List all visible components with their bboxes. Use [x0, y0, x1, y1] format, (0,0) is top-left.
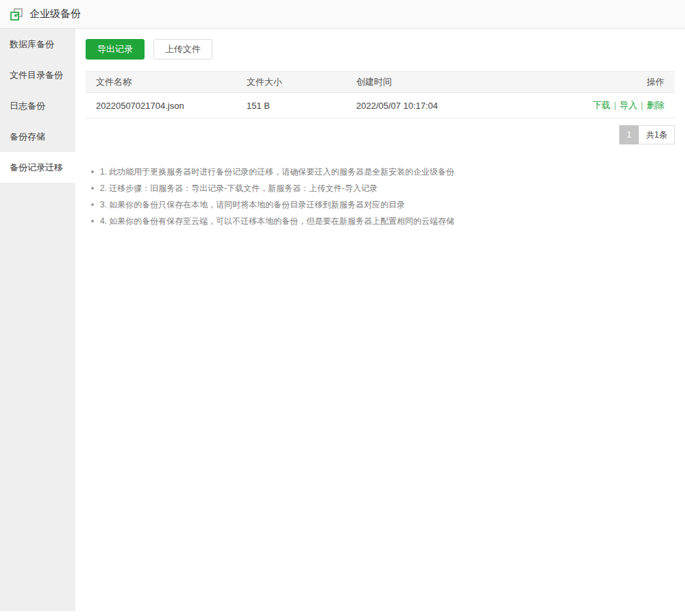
- note-item-4: 4. 如果你的备份有保存至云端，可以不迁移本地的备份，但是要在新服务器上配置相同…: [91, 213, 675, 229]
- pagination: 1 共1条: [86, 125, 675, 144]
- sidebar: 数据库备份 文件目录备份 日志备份 备份存储 备份记录迁移: [0, 29, 75, 611]
- upload-file-button[interactable]: 上传文件: [153, 39, 212, 60]
- notes-list: 1. 此功能用于更换服务器时进行备份记录的迁移，请确保要迁入的服务器是全新安装的…: [86, 164, 675, 229]
- table-row: 20220507021704.json 151 B 2022/05/07 10:…: [86, 93, 675, 118]
- delete-link[interactable]: 删除: [647, 100, 664, 110]
- action-separator: |: [641, 100, 643, 110]
- note-item-1: 1. 此功能用于更换服务器时进行备份记录的迁移，请确保要迁入的服务器是全新安装的…: [91, 164, 675, 180]
- page-title: 企业级备份: [29, 8, 81, 21]
- app-header: 企业级备份: [0, 0, 685, 29]
- download-link[interactable]: 下载: [593, 100, 610, 110]
- file-size-cell: 151 B: [236, 93, 346, 118]
- sidebar-item-database-backup[interactable]: 数据库备份: [0, 29, 75, 60]
- page-number-button[interactable]: 1: [619, 125, 638, 144]
- actions-cell: 下载|导入|删除: [538, 93, 675, 118]
- sidebar-item-log-backup[interactable]: 日志备份: [0, 90, 75, 121]
- body-layout: 数据库备份 文件目录备份 日志备份 备份存储 备份记录迁移 导出记录 上传文件: [0, 29, 685, 616]
- column-created-at: 创建时间: [346, 72, 538, 93]
- export-records-button[interactable]: 导出记录: [86, 39, 145, 60]
- column-actions: 操作: [538, 72, 675, 93]
- action-separator: |: [614, 100, 616, 110]
- table-header: 文件名称 文件大小 创建时间 操作: [86, 72, 675, 93]
- sidebar-item-backup-record-migration[interactable]: 备份记录迁移: [0, 152, 75, 183]
- sidebar-item-backup-storage[interactable]: 备份存储: [0, 121, 75, 152]
- app-root: 企业级备份 数据库备份 文件目录备份 日志备份 备份存储 备份记录迁移 导出记录…: [0, 0, 685, 616]
- column-file-size: 文件大小: [236, 72, 346, 93]
- column-file-name: 文件名称: [86, 72, 236, 93]
- import-link[interactable]: 导入: [620, 100, 638, 110]
- note-item-3: 3. 如果你的备份只保存在本地，请同时将本地的备份目录迁移到新服务器对应的目录: [91, 196, 675, 213]
- import-export-icon: [10, 8, 23, 21]
- note-item-2: 2. 迁移步骤：旧服务器：导出记录-下载文件，新服务器：上传文件-导入记录: [91, 180, 675, 196]
- sidebar-item-file-directory-backup[interactable]: 文件目录备份: [0, 60, 75, 90]
- main-content: 导出记录 上传文件 文件名称 文件大小 创建时间 操作: [75, 29, 685, 616]
- backup-records-table: 文件名称 文件大小 创建时间 操作 20220507021704.json 15…: [86, 71, 675, 118]
- file-name-cell: 20220507021704.json: [86, 93, 236, 118]
- toolbar: 导出记录 上传文件: [86, 39, 675, 60]
- total-count-label: 共1条: [638, 125, 675, 144]
- created-at-cell: 2022/05/07 10:17:04: [346, 93, 538, 118]
